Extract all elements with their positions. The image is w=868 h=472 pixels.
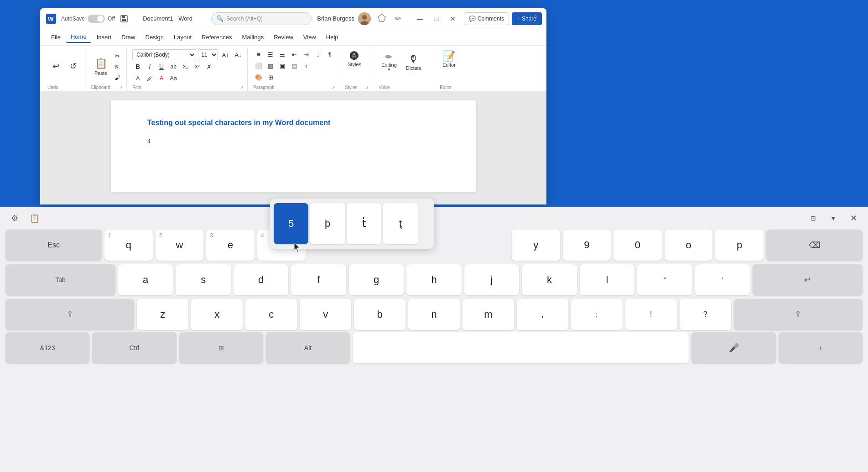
- italic-button[interactable]: I: [144, 62, 155, 72]
- subscript-button[interactable]: X₂: [180, 62, 191, 72]
- key-backspace[interactable]: ⌫: [766, 230, 863, 261]
- key-ctrl[interactable]: Ctrl: [92, 332, 176, 363]
- change-case-button[interactable]: Aa: [168, 73, 179, 83]
- outdent-button[interactable]: ⇤: [289, 49, 300, 59]
- key-v[interactable]: v: [300, 299, 351, 330]
- key-x[interactable]: x: [191, 299, 243, 330]
- menu-review[interactable]: Review: [269, 32, 298, 42]
- key-c[interactable]: c: [245, 299, 297, 330]
- key-esc[interactable]: Esc: [5, 230, 102, 261]
- key-y[interactable]: y: [512, 230, 560, 261]
- key-e[interactable]: 3e: [206, 230, 255, 261]
- key-l[interactable]: l: [580, 264, 634, 295]
- numbering-button[interactable]: ☰: [265, 49, 276, 59]
- key-shift-right[interactable]: ⇧: [734, 299, 863, 330]
- key-s[interactable]: s: [176, 264, 230, 295]
- format-painter-button[interactable]: 🖌: [112, 73, 123, 83]
- autosave-toggle[interactable]: [88, 15, 105, 23]
- key-exclaim[interactable]: !: [625, 299, 677, 330]
- copy-button[interactable]: ⎘: [112, 62, 123, 72]
- key-enter[interactable]: ↵: [753, 264, 863, 295]
- menu-references[interactable]: References: [197, 32, 236, 42]
- key-shift-left[interactable]: ⇧: [5, 299, 134, 330]
- key-colon[interactable]: :: [571, 299, 623, 330]
- keyboard-detach-button[interactable]: ⊡: [806, 211, 821, 226]
- comments-button[interactable]: 💬 Comments: [464, 12, 509, 25]
- document-page[interactable]: Testing out special characters in my Wor…: [111, 100, 476, 192]
- key-b[interactable]: b: [354, 299, 405, 330]
- bold-button[interactable]: B: [132, 62, 143, 72]
- sort-button[interactable]: ↕: [312, 49, 323, 59]
- increase-font-button[interactable]: A↑: [220, 50, 231, 60]
- highlight-button[interactable]: 🖊: [144, 73, 155, 83]
- key-p[interactable]: p: [715, 230, 764, 261]
- key-apostrophe[interactable]: ': [695, 264, 750, 295]
- popup-key-5[interactable]: 5: [274, 203, 308, 244]
- premium-icon[interactable]: [377, 13, 386, 24]
- editing-button[interactable]: ✏ Editing ▼: [379, 50, 400, 73]
- align-center-button[interactable]: ▥: [265, 61, 276, 71]
- menu-design[interactable]: Design: [141, 32, 168, 42]
- font-size-select[interactable]: 11: [198, 49, 218, 60]
- redo-button[interactable]: ↺: [65, 59, 81, 74]
- key-question[interactable]: ?: [680, 299, 731, 330]
- menu-view[interactable]: View: [299, 32, 321, 42]
- key-tab[interactable]: Tab: [5, 264, 115, 295]
- close-button[interactable]: ✕: [446, 12, 460, 25]
- strikethrough-button[interactable]: ab: [168, 62, 179, 72]
- key-comma-area[interactable]: ,: [517, 299, 568, 330]
- keyboard-minimize-button[interactable]: ▼: [826, 211, 841, 226]
- cut-button[interactable]: ✂: [112, 51, 123, 61]
- key-f[interactable]: f: [291, 264, 346, 295]
- justify-button[interactable]: ▤: [289, 61, 300, 71]
- clear-format-button[interactable]: ✗: [203, 62, 214, 72]
- key-o[interactable]: o: [665, 230, 713, 261]
- undo-button[interactable]: ↩: [47, 59, 64, 74]
- menu-home[interactable]: Home: [66, 31, 91, 43]
- key-w[interactable]: 2w: [156, 230, 204, 261]
- key-g[interactable]: g: [349, 264, 404, 295]
- key-h[interactable]: h: [406, 264, 461, 295]
- menu-layout[interactable]: Layout: [169, 32, 196, 42]
- menu-insert[interactable]: Insert: [92, 32, 116, 42]
- key-z[interactable]: z: [137, 299, 188, 330]
- multilevel-button[interactable]: ⚌: [277, 49, 288, 59]
- key-d[interactable]: d: [234, 264, 288, 295]
- text-color-button[interactable]: A: [156, 73, 167, 83]
- dictate-button[interactable]: 🎙 Dictate: [403, 50, 424, 73]
- key-symbols[interactable]: &123: [5, 332, 89, 363]
- menu-mailings[interactable]: Mailings: [238, 32, 269, 42]
- key-k[interactable]: k: [522, 264, 577, 295]
- key-j[interactable]: j: [464, 264, 519, 295]
- popup-key-thorn[interactable]: þ: [310, 203, 345, 244]
- align-right-button[interactable]: ▣: [277, 61, 288, 71]
- key-alt[interactable]: Alt: [266, 332, 350, 363]
- menu-file[interactable]: File: [47, 32, 65, 42]
- maximize-button[interactable]: □: [429, 12, 444, 25]
- key-windows[interactable]: ⊞: [179, 332, 263, 363]
- show-marks-button[interactable]: ¶: [324, 49, 335, 59]
- keyboard-clipboard-button[interactable]: 📋: [27, 211, 42, 226]
- key-q[interactable]: 1q: [104, 230, 153, 261]
- key-arrow-right[interactable]: ›: [779, 332, 863, 363]
- key-a[interactable]: a: [118, 264, 173, 295]
- decrease-font-button[interactable]: A↓: [233, 50, 244, 60]
- menu-draw[interactable]: Draw: [117, 32, 140, 42]
- indent-button[interactable]: ⇥: [301, 49, 312, 59]
- popup-key-t-dot[interactable]: ṫ: [347, 203, 381, 244]
- key-space[interactable]: [353, 332, 689, 363]
- borders-button[interactable]: ⊞: [265, 72, 276, 82]
- menu-help[interactable]: Help: [322, 32, 343, 42]
- underline-button[interactable]: U: [156, 62, 167, 72]
- paragraph-expand-icon[interactable]: ↗: [332, 85, 335, 90]
- font-family-select[interactable]: Calibri (Body): [132, 49, 196, 60]
- key-9[interactable]: 9: [563, 230, 611, 261]
- key-m[interactable]: m: [463, 299, 514, 330]
- search-bar[interactable]: 🔍 Search (Alt+Q): [211, 12, 312, 25]
- clipboard-expand-icon[interactable]: ↗: [119, 85, 123, 90]
- superscript-button[interactable]: X²: [192, 62, 203, 72]
- styles-expand-icon[interactable]: ↗: [365, 85, 369, 90]
- bullets-button[interactable]: ≡: [253, 49, 264, 59]
- minimize-button[interactable]: —: [413, 12, 427, 25]
- font-color-button[interactable]: A: [132, 73, 143, 83]
